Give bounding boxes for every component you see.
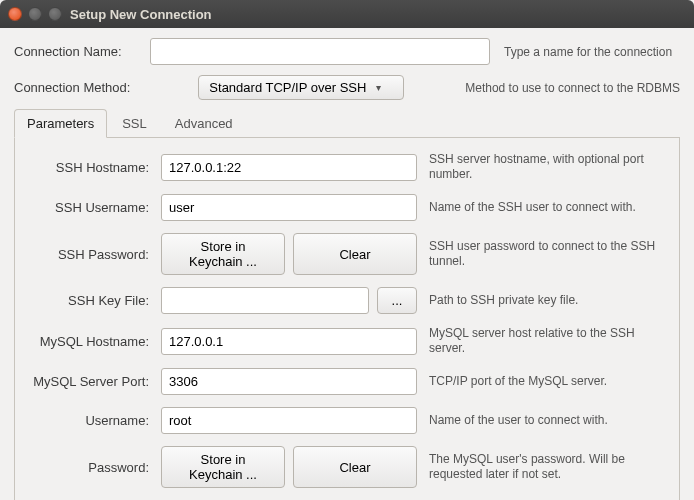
password-help: The MySQL user's password. Will be reque… [423,452,667,482]
ssh-hostname-input[interactable] [161,154,417,181]
username-label: Username: [27,413,155,428]
window-title: Setup New Connection [70,7,212,22]
ssh-password-label: SSH Password: [27,247,155,262]
window-body: Connection Name: Type a name for the con… [0,28,694,500]
ssh-username-label: SSH Username: [27,200,155,215]
ssh-keyfile-browse-button[interactable]: ... [377,287,417,314]
ssh-keyfile-row: SSH Key File: ... Path to SSH private ke… [27,287,667,314]
connection-name-help: Type a name for the connection [504,45,680,59]
connection-name-input[interactable] [150,38,490,65]
ssh-username-input[interactable] [161,194,417,221]
password-clear-button[interactable]: Clear [293,446,417,488]
tab-panel-parameters: SSH Hostname: SSH server hostname, with … [14,138,680,500]
mysql-port-row: MySQL Server Port: TCP/IP port of the My… [27,368,667,395]
password-row: Password: Store in Keychain ... Clear Th… [27,446,667,488]
connection-method-row: Connection Method: Standard TCP/IP over … [14,75,680,100]
ssh-keyfile-help: Path to SSH private key file. [423,293,667,308]
ssh-password-row: SSH Password: Store in Keychain ... Clea… [27,233,667,275]
connection-method-help: Method to use to connect to the RDBMS [412,81,680,95]
tabs: Parameters SSL Advanced [14,108,680,138]
connection-method-label: Connection Method: [14,80,130,95]
window-buttons [8,7,62,21]
tab-parameters[interactable]: Parameters [14,109,107,138]
ssh-password-help: SSH user password to connect to the SSH … [423,239,667,269]
ssh-keyfile-label: SSH Key File: [27,293,155,308]
ssh-keyfile-input[interactable] [161,287,369,314]
mysql-hostname-label: MySQL Hostname: [27,334,155,349]
ssh-hostname-help: SSH server hostname, with optional port … [423,152,667,182]
chevron-down-icon: ▾ [376,82,381,93]
mysql-hostname-help: MySQL server host relative to the SSH se… [423,326,667,356]
ssh-hostname-label: SSH Hostname: [27,160,155,175]
ssh-hostname-row: SSH Hostname: SSH server hostname, with … [27,152,667,182]
connection-method-value: Standard TCP/IP over SSH [209,80,366,95]
ssh-password-store-button[interactable]: Store in Keychain ... [161,233,285,275]
username-input[interactable] [161,407,417,434]
maximize-icon[interactable] [48,7,62,21]
mysql-hostname-row: MySQL Hostname: MySQL server host relati… [27,326,667,356]
connection-method-dropdown[interactable]: Standard TCP/IP over SSH ▾ [198,75,404,100]
ssh-username-help: Name of the SSH user to connect with. [423,200,667,215]
minimize-icon[interactable] [28,7,42,21]
mysql-port-label: MySQL Server Port: [27,374,155,389]
tab-ssl[interactable]: SSL [109,109,160,138]
username-row: Username: Name of the user to connect wi… [27,407,667,434]
tab-advanced[interactable]: Advanced [162,109,246,138]
connection-name-label: Connection Name: [14,44,144,59]
close-icon[interactable] [8,7,22,21]
password-label: Password: [27,460,155,475]
username-help: Name of the user to connect with. [423,413,667,428]
mysql-port-input[interactable] [161,368,417,395]
ssh-password-clear-button[interactable]: Clear [293,233,417,275]
titlebar: Setup New Connection [0,0,694,28]
password-store-button[interactable]: Store in Keychain ... [161,446,285,488]
mysql-hostname-input[interactable] [161,328,417,355]
ssh-username-row: SSH Username: Name of the SSH user to co… [27,194,667,221]
mysql-port-help: TCP/IP port of the MySQL server. [423,374,667,389]
connection-name-row: Connection Name: Type a name for the con… [14,38,680,65]
